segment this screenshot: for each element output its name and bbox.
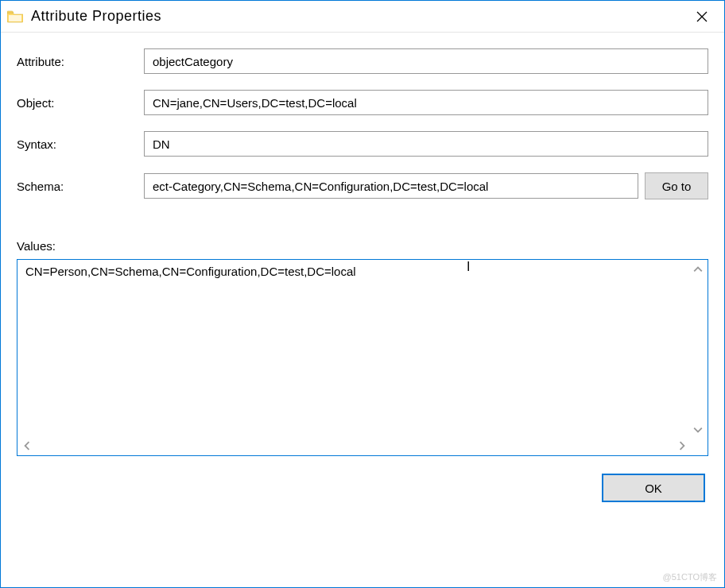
watermark-text: @51CTO博客 <box>663 571 717 583</box>
schema-label: Schema: <box>17 180 144 193</box>
close-button[interactable] <box>686 1 718 33</box>
attribute-label: Attribute: <box>17 55 144 68</box>
attribute-row: Attribute: objectCategory <box>17 48 708 74</box>
attribute-field: objectCategory <box>144 48 708 74</box>
window-title: Attribute Properties <box>31 8 686 25</box>
values-content: CN=Person,CN=Schema,CN=Configuration,DC=… <box>25 265 356 278</box>
schema-field: ect-Category,CN=Schema,CN=Configuration,… <box>144 173 638 199</box>
scroll-up-icon[interactable] <box>692 263 704 276</box>
close-icon <box>696 11 708 22</box>
schema-row: Schema: ect-Category,CN=Schema,CN=Config… <box>17 172 708 199</box>
values-textarea[interactable]: CN=Person,CN=Schema,CN=Configuration,DC=… <box>17 259 708 456</box>
titlebar: Attribute Properties <box>1 1 724 33</box>
object-field: CN=jane,CN=Users,DC=test,DC=local <box>144 90 708 115</box>
ok-button[interactable]: OK <box>602 474 705 502</box>
scroll-left-icon[interactable] <box>21 439 33 452</box>
values-label: Values: <box>17 239 708 253</box>
svg-rect-0 <box>9 15 21 21</box>
syntax-field: DN <box>144 131 708 157</box>
button-row: OK <box>17 474 708 502</box>
object-label: Object: <box>17 96 144 110</box>
syntax-label: Syntax: <box>17 137 144 151</box>
dialog-content: Attribute: objectCategory Object: CN=jan… <box>1 33 724 587</box>
scroll-down-icon[interactable] <box>692 424 704 436</box>
scroll-right-icon[interactable] <box>676 439 688 452</box>
object-row: Object: CN=jane,CN=Users,DC=test,DC=loca… <box>17 90 708 115</box>
goto-button[interactable]: Go to <box>645 172 708 199</box>
dialog-window: Attribute Properties Attribute: objectCa… <box>0 0 725 588</box>
syntax-row: Syntax: DN <box>17 131 708 157</box>
folder-icon <box>7 9 23 25</box>
text-cursor-icon: I <box>467 260 470 274</box>
